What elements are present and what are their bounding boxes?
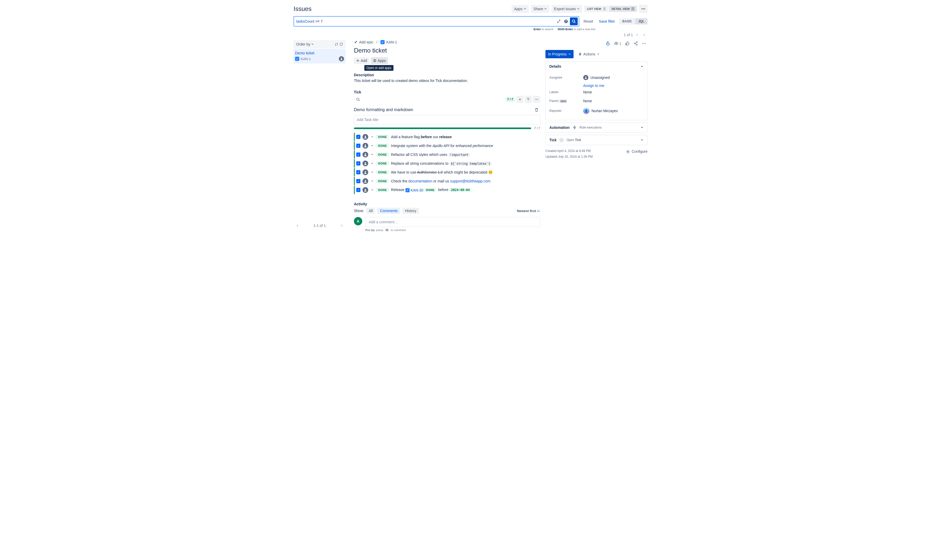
delete-list-button[interactable]	[533, 106, 540, 114]
task-row: DONEIntegrate system with the Apollo API…	[354, 142, 540, 150]
task-status-badge: DONE	[376, 179, 389, 183]
task-checkbox[interactable]	[356, 152, 360, 157]
task-checkbox[interactable]	[356, 144, 360, 148]
issue-key-link[interactable]: KAN-1	[380, 40, 397, 44]
task-status-dropdown[interactable]	[370, 171, 374, 174]
restriction-button[interactable]	[604, 40, 611, 47]
activity-sort[interactable]: Newest first	[517, 209, 540, 213]
sort-icon[interactable]	[335, 42, 338, 46]
task-checkbox[interactable]	[356, 188, 360, 192]
task-assignee-avatar[interactable]	[363, 169, 368, 175]
sidebar-next[interactable]	[339, 223, 344, 228]
task-assignee-avatar[interactable]	[363, 160, 368, 166]
tick-filter-button[interactable]	[524, 96, 532, 103]
parent-value[interactable]: None	[583, 99, 644, 103]
list-view-toggle[interactable]: LIST VIEW	[584, 6, 609, 12]
mode-jql[interactable]: JQL	[635, 18, 647, 25]
trash-icon	[535, 108, 539, 112]
tick-more-button[interactable]	[533, 96, 540, 103]
task-title[interactable]: Integrate system with the Apollo API for…	[391, 144, 493, 148]
task-status-dropdown[interactable]	[370, 135, 374, 138]
task-row: DONERefactor all CSS styles which uses !…	[354, 151, 540, 159]
task-checkbox[interactable]	[356, 170, 360, 174]
description-text[interactable]: This ticket will be used to created demo…	[354, 78, 540, 83]
detail-view-toggle[interactable]: DETAIL VIEW	[609, 6, 637, 12]
tab-all[interactable]: All	[366, 208, 375, 214]
help-icon[interactable]: ?	[563, 18, 569, 25]
task-assignee-avatar[interactable]	[363, 178, 368, 184]
tick-add-button[interactable]	[516, 96, 524, 103]
apps-button[interactable]: Apps	[371, 57, 388, 64]
plus-icon	[356, 59, 360, 63]
pager-next[interactable]	[641, 32, 647, 38]
task-status-dropdown[interactable]	[370, 180, 374, 182]
task-checkbox[interactable]	[356, 179, 360, 183]
more-icon	[642, 41, 646, 46]
share-icon	[633, 41, 638, 46]
save-filter-button[interactable]: Save filter	[597, 18, 617, 25]
task-checkbox[interactable]	[356, 162, 360, 166]
task-assignee-avatar[interactable]	[363, 143, 368, 149]
pager-prev[interactable]	[634, 32, 640, 38]
task-status-dropdown[interactable]	[370, 189, 374, 191]
task-title[interactable]: We have to use AuthService 1.0 which mig…	[391, 170, 493, 174]
task-title[interactable]: Release KAN-30DONE before 2024-08-04	[391, 188, 471, 192]
assign-to-me-link[interactable]: Assign to me	[583, 83, 644, 88]
task-status-dropdown[interactable]	[370, 145, 374, 147]
order-by-dropdown[interactable]: Order by	[294, 40, 346, 48]
watch-button[interactable]: 1	[613, 40, 623, 47]
add-task-input[interactable]	[354, 115, 540, 125]
expand-icon[interactable]	[555, 18, 562, 25]
task-assignee-avatar[interactable]	[363, 152, 368, 157]
created-date: Created April 4, 2024 at 8:49 PM	[546, 148, 592, 154]
task-status-dropdown[interactable]	[370, 162, 374, 165]
comment-input[interactable]: Add a comment...	[365, 217, 540, 227]
mode-basic[interactable]: BASIC	[619, 18, 635, 25]
task-checkbox[interactable]	[356, 135, 360, 139]
svg-point-16	[365, 154, 366, 155]
reset-button[interactable]: Reset	[582, 18, 595, 25]
export-dropdown[interactable]: Export issues	[552, 5, 582, 13]
apps-dropdown[interactable]: Apps	[512, 5, 529, 13]
svg-point-22	[616, 43, 617, 44]
add-button[interactable]: Add	[354, 57, 369, 64]
automation-row[interactable]: Automation Rule executions	[546, 122, 647, 133]
progress-text: 7 / 7	[534, 126, 540, 130]
tab-comments[interactable]: Comments	[377, 208, 400, 214]
task-assignee-avatar[interactable]	[363, 134, 368, 140]
assignee-value[interactable]: Unassigned	[583, 75, 644, 80]
svg-point-29	[585, 77, 586, 77]
task-status-badge: DONE	[376, 144, 389, 148]
task-assignee-avatar[interactable]	[363, 187, 368, 193]
task-status-dropdown[interactable]	[370, 153, 374, 156]
sidebar-prev[interactable]	[295, 223, 300, 228]
tick-search-button[interactable]	[354, 96, 362, 103]
eye-icon	[614, 41, 618, 46]
issue-title[interactable]: Demo ticket	[354, 47, 540, 54]
task-title[interactable]: Refactor all CSS styles which uses !impo…	[391, 152, 469, 157]
tick-panel-row[interactable]: Tick Open Tick	[546, 135, 647, 145]
tab-history[interactable]: History	[402, 208, 419, 214]
actions-dropdown[interactable]: Actions	[576, 50, 602, 58]
search-button[interactable]	[570, 17, 578, 25]
task-title[interactable]: Check the documentation or mail us suppo…	[391, 179, 490, 183]
task-title[interactable]: Add a feature flag before our release	[391, 135, 452, 139]
task-title[interactable]: Replace all string concatenations to ${`…	[391, 162, 492, 166]
configure-button[interactable]: Configure	[626, 148, 647, 155]
details-toggle[interactable]: Details	[546, 62, 647, 71]
status-dropdown[interactable]: In Progress	[546, 50, 574, 58]
vote-button[interactable]	[624, 40, 631, 47]
share-button[interactable]	[632, 40, 639, 47]
apps-tooltip: Open or add apps	[364, 65, 394, 71]
labels-value[interactable]: None	[583, 90, 644, 94]
refresh-icon[interactable]	[339, 42, 343, 46]
reporter-value[interactable]: 👤Nurlan Mirzayev	[583, 108, 644, 114]
more-menu[interactable]	[639, 5, 647, 13]
issue-more-menu[interactable]	[641, 40, 647, 47]
svg-point-2	[642, 9, 643, 9]
search-icon	[572, 19, 576, 23]
add-epic-link[interactable]: Add epic	[354, 40, 373, 44]
sidebar-issue-item[interactable]: Demo ticketKAN-1	[294, 49, 346, 63]
share-dropdown[interactable]: Share	[531, 5, 549, 13]
jql-input[interactable]: tasksCount >= 7 ?	[294, 16, 579, 26]
